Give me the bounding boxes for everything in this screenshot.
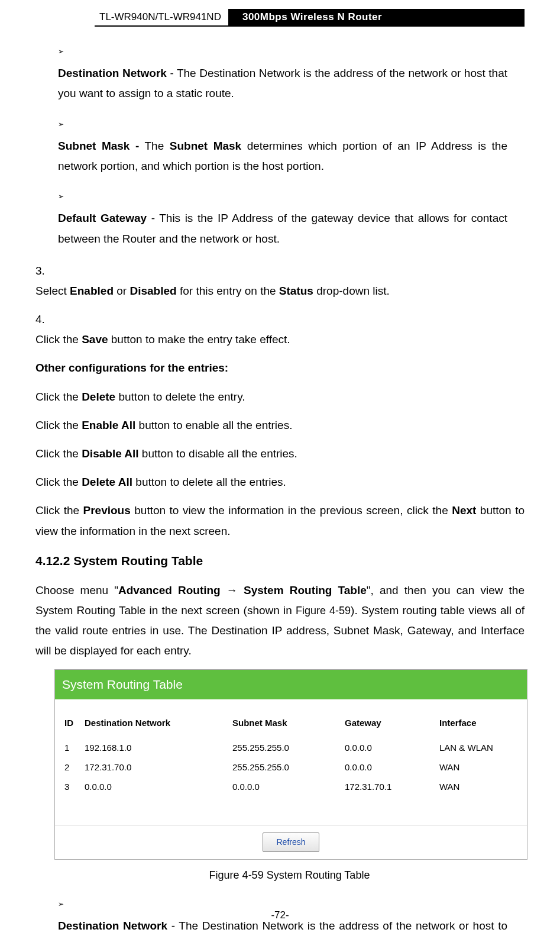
figure-box: System Routing Table ID Destination Netw… xyxy=(54,669,527,860)
cell-id: 2 xyxy=(61,757,81,777)
section-intro: Choose menu "Advanced Routing → System R… xyxy=(35,580,525,662)
cell-dest: 0.0.0.0 xyxy=(81,777,229,796)
list-item-text: Subnet Mask - The Subnet Mask determines… xyxy=(58,136,507,176)
cell-iface: LAN & WLAN xyxy=(436,738,521,757)
header-model: TL-WR940N/TL-WR941ND xyxy=(95,9,229,25)
paragraph: Click the Enable All button to enable al… xyxy=(35,415,525,435)
figure-caption: Figure 4-59 System Routing Table xyxy=(54,866,525,885)
cell-mask: 255.255.255.0 xyxy=(229,757,341,777)
routing-table: ID Destination Network Subnet Mask Gatew… xyxy=(61,712,521,796)
page-header: TL-WR940N/TL-WR941ND 300Mbps Wireless N … xyxy=(95,9,525,27)
cell-id: 3 xyxy=(61,777,81,796)
term: Subnet Mask - xyxy=(58,140,139,152)
header-product: 300Mbps Wireless N Router xyxy=(229,9,525,25)
table-header-row: ID Destination Network Subnet Mask Gatew… xyxy=(61,712,521,738)
list-item: ➢ Subnet Mask - The Subnet Mask determin… xyxy=(58,116,525,177)
page-content: ➢ Destination Network - The Destination … xyxy=(35,43,525,939)
subheading: Other configurations for the entries: xyxy=(35,358,525,378)
term: Default Gateway xyxy=(58,212,147,224)
col-gw: Gateway xyxy=(341,712,436,738)
table-row: 2 172.31.70.0 255.255.255.0 0.0.0.0 WAN xyxy=(61,757,521,777)
col-mask: Subnet Mask xyxy=(229,712,341,738)
paragraph: Click the Disable All button to disable … xyxy=(35,444,525,464)
figure-reference: Figure 4-59 xyxy=(296,605,351,617)
figure-body: ID Destination Network Subnet Mask Gatew… xyxy=(55,699,527,825)
cell-id: 1 xyxy=(61,738,81,757)
table-row: 3 0.0.0.0 0.0.0.0 172.31.70.1 WAN xyxy=(61,777,521,796)
refresh-button[interactable]: Refresh xyxy=(263,832,319,852)
cell-gw: 172.31.70.1 xyxy=(341,777,436,796)
cell-mask: 255.255.255.0 xyxy=(229,738,341,757)
cell-dest: 192.168.1.0 xyxy=(81,738,229,757)
cell-dest: 172.31.70.0 xyxy=(81,757,229,777)
table-row: 1 192.168.1.0 255.255.255.0 0.0.0.0 LAN … xyxy=(61,738,521,757)
triangle-bullet-icon: ➢ xyxy=(58,116,73,133)
cell-gw: 0.0.0.0 xyxy=(341,738,436,757)
step-number: 4. xyxy=(35,309,58,330)
definition-list-1: ➢ Destination Network - The Destination … xyxy=(58,43,525,249)
triangle-bullet-icon: ➢ xyxy=(58,43,73,60)
term: Destination Network xyxy=(58,919,167,932)
cell-iface: WAN xyxy=(436,777,521,796)
step-number: 3. xyxy=(35,261,58,281)
step-item: 4. Click the Save button to make the ent… xyxy=(35,309,525,350)
page-number: -72- xyxy=(0,909,560,921)
col-iface: Interface xyxy=(436,712,521,738)
cell-iface: WAN xyxy=(436,757,521,777)
paragraph-prevnext: Click the Previous button to view the in… xyxy=(35,501,525,541)
list-item: ➢ Destination Network - The Destination … xyxy=(58,43,525,104)
cell-gw: 0.0.0.0 xyxy=(341,757,436,777)
list-item: ➢ Default Gateway - This is the IP Addre… xyxy=(58,188,525,249)
step-text: Select Enabled or Disabled for this entr… xyxy=(35,281,501,301)
list-item-text: Destination Network - The Destination Ne… xyxy=(58,63,507,104)
figure: System Routing Table ID Destination Netw… xyxy=(54,669,525,885)
figure-titlebar: System Routing Table xyxy=(55,670,527,699)
step-item: 3. Select Enabled or Disabled for this e… xyxy=(35,261,525,301)
col-id: ID xyxy=(61,712,81,738)
section-heading: 4.12.2 System Routing Table xyxy=(35,550,525,572)
numbered-steps: 3. Select Enabled or Disabled for this e… xyxy=(35,261,525,350)
paragraph: Click the Delete All button to delete al… xyxy=(35,472,525,492)
cell-mask: 0.0.0.0 xyxy=(229,777,341,796)
triangle-bullet-icon: ➢ xyxy=(58,188,73,205)
list-item-text: Default Gateway - This is the IP Address… xyxy=(58,208,507,249)
col-dest: Destination Network xyxy=(81,712,229,738)
step-text: Click the Save button to make the entry … xyxy=(35,330,501,350)
figure-footer: Refresh xyxy=(55,825,527,859)
term: Destination Network xyxy=(58,67,167,79)
paragraph: Click the Delete button to delete the en… xyxy=(35,387,525,407)
